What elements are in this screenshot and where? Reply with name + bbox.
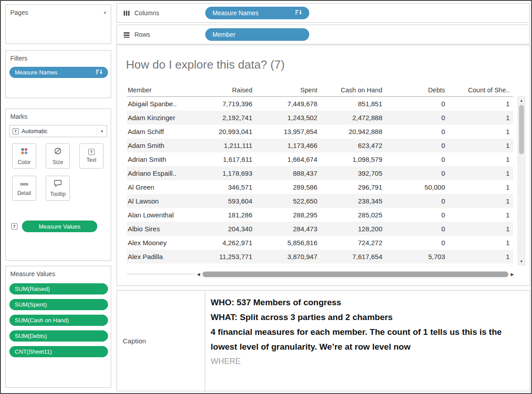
table-row[interactable]: Al Lawson593,604522,650238,34501 bbox=[127, 194, 513, 208]
scroll-right-arrow[interactable]: ▶ bbox=[509, 270, 516, 278]
value-cell[interactable]: 5,856,816 bbox=[256, 239, 321, 247]
table-row[interactable]: Adam Kinzinger2,192,7411,243,5022,472,88… bbox=[127, 111, 513, 125]
column-header[interactable]: Debts bbox=[386, 87, 449, 94]
value-cell[interactable]: 288,295 bbox=[256, 211, 321, 219]
value-cell[interactable]: 3,870,947 bbox=[256, 253, 321, 260]
value-cell[interactable]: 346,571 bbox=[199, 183, 256, 191]
value-cell[interactable]: 623,472 bbox=[321, 142, 386, 149]
value-cell[interactable]: 1,211,111 bbox=[199, 142, 256, 149]
value-cell[interactable]: 0 bbox=[386, 128, 449, 135]
value-cell[interactable]: 0 bbox=[386, 239, 449, 247]
value-cell[interactable]: 7,449,678 bbox=[256, 100, 321, 108]
value-cell[interactable]: 289,586 bbox=[256, 183, 321, 191]
size-button[interactable]: Size bbox=[46, 143, 70, 169]
scroll-down-arrow[interactable]: ▼ bbox=[518, 258, 525, 265]
value-cell[interactable]: 4,262,971 bbox=[199, 239, 256, 247]
measure-pill[interactable]: CNT(Sheet11) bbox=[9, 346, 108, 357]
member-cell[interactable]: Al Lawson bbox=[127, 197, 199, 205]
value-cell[interactable]: 1 bbox=[449, 239, 513, 247]
scroll-left-arrow[interactable]: ◀ bbox=[195, 270, 202, 278]
table-row[interactable]: Abigail Spanbe..7,719,3967,449,678851,85… bbox=[127, 97, 513, 111]
value-cell[interactable]: 0 bbox=[386, 169, 449, 177]
value-cell[interactable]: 888,437 bbox=[256, 169, 321, 177]
table-row[interactable]: Al Green346,571289,586296,79150,0001 bbox=[127, 180, 513, 194]
vertical-scrollbar[interactable]: ▲ ▼ bbox=[518, 96, 525, 265]
value-cell[interactable]: 0 bbox=[386, 211, 449, 219]
measure-pill[interactable]: SUM(Spent) bbox=[9, 299, 108, 310]
value-cell[interactable]: 0 bbox=[386, 156, 449, 163]
value-cell[interactable]: 1 bbox=[449, 156, 513, 163]
scroll-up-arrow[interactable]: ▲ bbox=[518, 97, 525, 104]
measure-pill[interactable]: SUM(Debts) bbox=[9, 330, 108, 342]
value-cell[interactable]: 851,851 bbox=[321, 100, 386, 108]
column-header[interactable]: Count of She.. bbox=[449, 87, 513, 94]
filter-pill-measure-names[interactable]: Measure Names bbox=[9, 67, 108, 78]
column-header[interactable]: Raised bbox=[199, 87, 256, 94]
columns-pill-measure-names[interactable]: Measure Names bbox=[205, 7, 309, 19]
table-row[interactable]: Adrian Smith1,617,6111,664,6741,098,5790… bbox=[127, 152, 513, 166]
value-cell[interactable]: 13,957,854 bbox=[256, 128, 321, 135]
table-row[interactable]: Adam Schiff20,993,04113,957,85420,942,88… bbox=[127, 125, 513, 139]
column-header[interactable]: Member bbox=[127, 87, 199, 94]
value-cell[interactable]: 1,098,579 bbox=[321, 156, 386, 163]
member-cell[interactable]: Adriano Espaill.. bbox=[127, 169, 199, 177]
value-cell[interactable]: 0 bbox=[386, 114, 449, 121]
color-button[interactable]: Color bbox=[12, 143, 36, 169]
detail-button[interactable]: Detail bbox=[12, 176, 36, 201]
value-cell[interactable]: 128,200 bbox=[321, 225, 386, 233]
value-cell[interactable]: 1 bbox=[449, 253, 513, 260]
table-row[interactable]: Alan Lowenthal181,286288,295285,02501 bbox=[127, 208, 513, 222]
value-cell[interactable]: 1 bbox=[449, 225, 513, 233]
table-row[interactable]: Albio Sires204,340284,473128,20001 bbox=[127, 222, 513, 236]
value-cell[interactable]: 1 bbox=[449, 183, 513, 191]
rows-pill-member[interactable]: Member bbox=[205, 28, 309, 41]
value-cell[interactable]: 1 bbox=[449, 114, 513, 121]
column-header[interactable]: Cash on Hand bbox=[321, 87, 386, 94]
value-cell[interactable]: 204,340 bbox=[199, 225, 256, 233]
value-cell[interactable]: 1 bbox=[449, 169, 513, 177]
value-cell[interactable]: 1,173,466 bbox=[256, 142, 321, 149]
value-cell[interactable]: 1 bbox=[449, 142, 513, 149]
value-cell[interactable]: 392,705 bbox=[321, 169, 386, 177]
vertical-scrollbar-thumb[interactable] bbox=[519, 105, 524, 154]
value-cell[interactable]: 238,345 bbox=[321, 197, 386, 205]
value-cell[interactable]: 0 bbox=[386, 142, 449, 149]
member-cell[interactable]: Alan Lowenthal bbox=[127, 211, 199, 219]
value-cell[interactable]: 5,703 bbox=[386, 253, 449, 260]
horizontal-scrollbar[interactable]: ◀ ▶ bbox=[195, 270, 516, 278]
value-cell[interactable]: 1 bbox=[449, 128, 513, 135]
member-cell[interactable]: Abigail Spanbe.. bbox=[127, 100, 199, 108]
member-cell[interactable]: Al Green bbox=[127, 183, 199, 191]
value-cell[interactable]: 593,604 bbox=[199, 197, 256, 205]
table-row[interactable]: Adam Smith1,211,1111,173,466623,47201 bbox=[127, 139, 513, 152]
value-cell[interactable]: 522,650 bbox=[256, 197, 321, 205]
value-cell[interactable]: 0 bbox=[386, 100, 449, 108]
value-cell[interactable]: 1,243,502 bbox=[256, 114, 321, 121]
value-cell[interactable]: 0 bbox=[386, 197, 449, 205]
value-cell[interactable]: 1,617,611 bbox=[199, 156, 256, 163]
value-cell[interactable]: 0 bbox=[386, 225, 449, 233]
mark-type-caret-down-icon[interactable]: ▾ bbox=[97, 128, 104, 134]
table-row[interactable]: Alex Padilla11,253,7713,870,9477,617,654… bbox=[127, 250, 513, 264]
table-row[interactable]: Adriano Espaill..1,178,693888,437392,705… bbox=[127, 166, 513, 180]
pages-caret-down-icon[interactable]: ▾ bbox=[104, 10, 106, 16]
value-cell[interactable]: 2,192,741 bbox=[199, 114, 256, 121]
value-cell[interactable]: 50,000 bbox=[386, 183, 449, 191]
member-cell[interactable]: Alex Mooney bbox=[127, 239, 199, 247]
measure-pill[interactable]: SUM(Cash on Hand) bbox=[9, 315, 108, 326]
value-cell[interactable]: 11,253,771 bbox=[199, 253, 256, 260]
tooltip-button[interactable]: Tooltip bbox=[46, 176, 70, 201]
horizontal-scrollbar-track[interactable] bbox=[202, 271, 509, 277]
value-cell[interactable]: 20,993,041 bbox=[199, 128, 256, 135]
member-cell[interactable]: Albio Sires bbox=[127, 225, 199, 233]
value-cell[interactable]: 1 bbox=[449, 211, 513, 219]
member-cell[interactable]: Adam Schiff bbox=[127, 128, 199, 135]
value-cell[interactable]: 1 bbox=[449, 100, 513, 108]
value-cell[interactable]: 284,473 bbox=[256, 225, 321, 233]
member-cell[interactable]: Adam Smith bbox=[127, 142, 199, 149]
value-cell[interactable]: 1 bbox=[449, 197, 513, 205]
value-cell[interactable]: 7,719,396 bbox=[199, 100, 256, 108]
value-cell[interactable]: 285,025 bbox=[321, 211, 386, 219]
horizontal-scrollbar-thumb[interactable] bbox=[203, 272, 508, 277]
member-cell[interactable]: Alex Padilla bbox=[127, 253, 199, 260]
